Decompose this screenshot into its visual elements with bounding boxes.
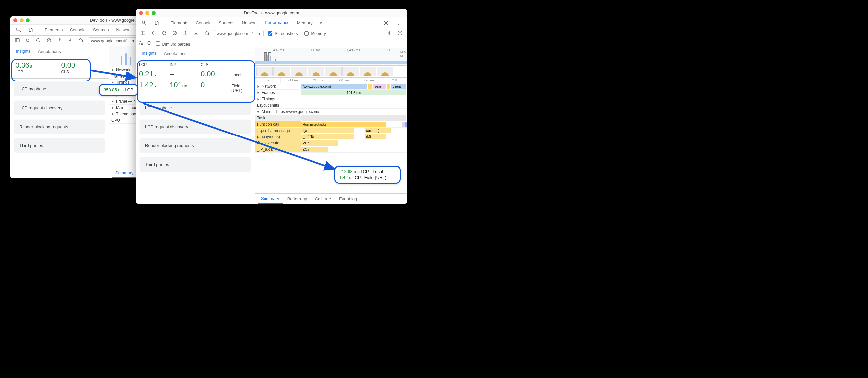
- insight-item[interactable]: Third parties: [140, 157, 251, 172]
- download-icon[interactable]: [66, 36, 75, 46]
- tab-annotations[interactable]: Annotations: [160, 49, 190, 58]
- dim-third-parties-checkbox[interactable]: Dim 3rd parties: [154, 40, 190, 47]
- tab-summary[interactable]: Summary: [112, 168, 137, 178]
- screenshots-checkbox-input[interactable]: [268, 31, 273, 36]
- screenshot-thumb[interactable]: [377, 67, 393, 76]
- download-icon[interactable]: [191, 29, 200, 38]
- tab-elements[interactable]: Elements: [167, 18, 192, 27]
- tab-performance[interactable]: Performance: [261, 18, 292, 28]
- screenshot-thumb[interactable]: [256, 67, 273, 76]
- reload-record-icon[interactable]: [34, 36, 43, 46]
- screenshot-thumb[interactable]: [325, 67, 342, 76]
- capture-settings-icon[interactable]: [385, 29, 394, 38]
- help-icon[interactable]: ?: [395, 29, 405, 38]
- flame-segment[interactable]: _.P_a.oa: [255, 146, 301, 152]
- tab-annotations[interactable]: Annotations: [35, 47, 64, 56]
- window-controls[interactable]: [139, 11, 156, 15]
- tab-elements[interactable]: Elements: [41, 26, 66, 34]
- maximize-window-icon[interactable]: [152, 11, 156, 15]
- tab-event-log[interactable]: Event log: [336, 195, 360, 203]
- recording-selector-dropdown[interactable]: www.google.com #1 ▾: [214, 30, 264, 37]
- track-frames[interactable]: Frames: [261, 90, 275, 95]
- more-tabs-icon[interactable]: »: [316, 18, 326, 28]
- flame-segment[interactable]: kja: [301, 128, 354, 133]
- flame-segment[interactable]: (anonymous): [255, 134, 301, 140]
- inspect-icon[interactable]: [138, 18, 150, 28]
- upload-icon[interactable]: [181, 29, 190, 38]
- tab-memory[interactable]: Memory: [293, 18, 316, 27]
- home-icon[interactable]: [76, 36, 85, 46]
- screenshot-thumb[interactable]: [360, 67, 376, 76]
- toggle-sidebar-icon[interactable]: [138, 29, 148, 38]
- screenshot-thumb[interactable]: [342, 67, 359, 76]
- tab-console[interactable]: Console: [66, 26, 89, 34]
- track-network[interactable]: Network: [261, 84, 276, 89]
- tab-summary[interactable]: Summary: [257, 194, 283, 204]
- flame-segment[interactable]: ZCa: [301, 147, 328, 152]
- reload-record-icon[interactable]: [160, 29, 169, 38]
- track-main[interactable]: Main — https://www.google.com/: [261, 109, 319, 114]
- flame-segment[interactable]: rMf: [365, 134, 386, 140]
- insight-item[interactable]: LCP by phase: [14, 82, 105, 96]
- kebab-menu-icon[interactable]: ⋮: [393, 18, 405, 28]
- insight-item[interactable]: LCP request discovery: [140, 120, 251, 134]
- minimize-window-icon[interactable]: [20, 18, 24, 22]
- flame-segment[interactable]: (an…us): [365, 128, 391, 133]
- maximize-window-icon[interactable]: [26, 18, 30, 22]
- flame-segment[interactable]: Run microtasks: [301, 122, 386, 127]
- track-network[interactable]: Network: [116, 67, 130, 72]
- tab-sources[interactable]: Sources: [216, 18, 238, 27]
- screenshot-thumb[interactable]: [308, 67, 324, 76]
- insight-item[interactable]: LCP by phase: [140, 101, 251, 115]
- toggle-sidebar-icon[interactable]: [12, 36, 22, 46]
- clear-icon[interactable]: [170, 29, 179, 38]
- tab-insights[interactable]: Insights: [138, 49, 160, 58]
- settings-icon[interactable]: [380, 18, 392, 28]
- screenshot-thumb[interactable]: [274, 67, 290, 76]
- recording-selector-dropdown[interactable]: www.google.com #1 ▾: [88, 37, 138, 45]
- upload-icon[interactable]: [55, 36, 64, 46]
- flame-task[interactable]: Task: [255, 115, 301, 121]
- overview-minimap[interactable]: 496 ms 996 ms 1,496 ms 1,996 CPU NET: [255, 48, 407, 66]
- hierarchy-icon[interactable]: [138, 40, 144, 47]
- network-segment[interactable]: client: [391, 84, 406, 89]
- tab-network[interactable]: Network: [239, 18, 261, 27]
- close-window-icon[interactable]: [13, 18, 17, 22]
- close-window-icon[interactable]: [139, 11, 143, 15]
- flame-segment[interactable]: O_a.execute: [255, 140, 301, 146]
- minimize-window-icon[interactable]: [145, 11, 149, 15]
- dim-checkbox-input[interactable]: [156, 41, 160, 46]
- flame-segment[interactable]: _.af.ITa: [301, 134, 354, 140]
- tab-insights[interactable]: Insights: [12, 47, 34, 56]
- memory-checkbox-input[interactable]: [304, 31, 309, 36]
- tab-bottom-up[interactable]: Bottom-up: [284, 195, 311, 203]
- insight-item[interactable]: LCP request discovery: [14, 101, 105, 115]
- record-icon[interactable]: [23, 36, 32, 46]
- screenshots-checkbox[interactable]: Screenshots: [265, 30, 300, 37]
- tab-network[interactable]: Network: [113, 26, 135, 34]
- flame-function-call[interactable]: Function call: [255, 121, 301, 127]
- flame-segment[interactable]: …port1…message: [255, 127, 301, 134]
- frames-segment[interactable]: 101.5 ms: [301, 90, 406, 95]
- insight-item[interactable]: Third parties: [14, 139, 105, 153]
- home-icon[interactable]: [202, 29, 211, 38]
- device-toggle-icon[interactable]: [151, 18, 163, 28]
- track-timings[interactable]: Timings: [261, 97, 275, 101]
- screenshot-thumb[interactable]: [291, 67, 307, 76]
- tab-sources[interactable]: Sources: [90, 26, 112, 34]
- device-toggle-icon[interactable]: [25, 26, 37, 35]
- flame-segment[interactable]: VCa: [301, 141, 338, 146]
- insight-item[interactable]: Render blocking requests: [14, 120, 105, 134]
- tab-console[interactable]: Console: [192, 18, 215, 27]
- window-controls[interactable]: [13, 18, 30, 22]
- collapse-icon[interactable]: [146, 40, 152, 47]
- track-layout-shifts[interactable]: Layout shifts: [255, 103, 301, 108]
- clear-icon[interactable]: [44, 36, 54, 46]
- insight-item[interactable]: Render blocking requests: [140, 139, 251, 153]
- screenshots-filmstrip[interactable]: [255, 66, 407, 78]
- network-segment[interactable]: /www.google.com): [301, 84, 367, 89]
- time-ruler[interactable]: ms 211 ms 216 ms 221 ms 226 ms 231: [255, 78, 407, 84]
- track-threadpool[interactable]: Thread pool: [116, 112, 137, 116]
- memory-checkbox[interactable]: Memory: [301, 30, 328, 37]
- tab-call-tree[interactable]: Call tree: [312, 195, 334, 203]
